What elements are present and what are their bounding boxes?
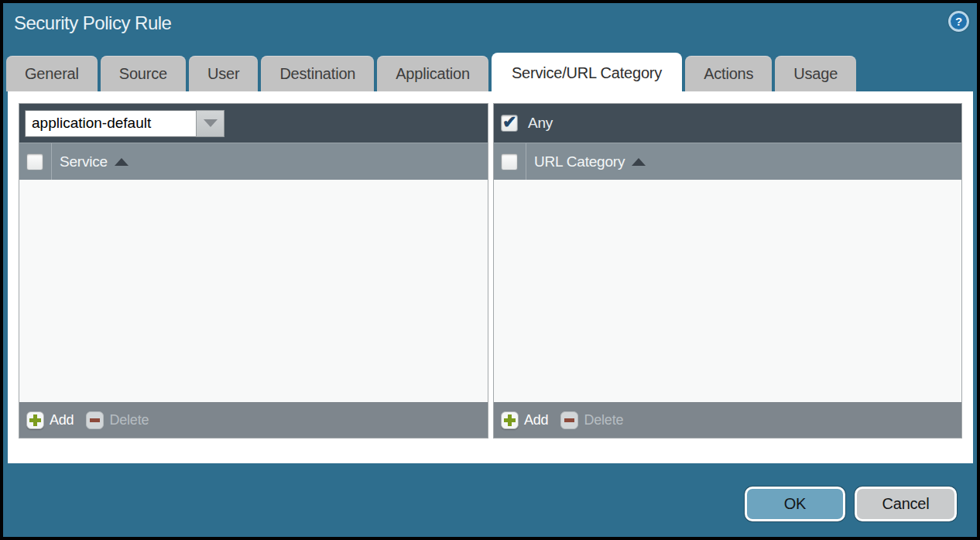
tab-strip: General Source User Destination Applicat…	[6, 50, 856, 98]
service-select-all-checkbox[interactable]	[26, 153, 43, 170]
service-column-header: Service	[19, 143, 488, 180]
service-type-dropdown	[25, 110, 224, 137]
add-icon[interactable]	[501, 411, 519, 429]
url-category-panel-footer: Add Delete	[494, 402, 961, 438]
delete-icon[interactable]	[560, 411, 578, 429]
url-category-any-bar: ✔ Any	[494, 104, 961, 143]
service-panel: Service Add Delete	[19, 103, 488, 439]
service-list-empty[interactable]	[19, 180, 488, 402]
service-type-input[interactable]	[25, 110, 196, 137]
url-category-any-label: Any	[528, 115, 553, 132]
column-separator	[51, 143, 52, 180]
service-type-bar	[19, 104, 488, 143]
security-policy-rule-dialog: Security Policy Rule ? General Source Us…	[0, 0, 980, 540]
url-category-any-checkbox[interactable]: ✔	[501, 115, 518, 132]
tab-general[interactable]: General	[6, 56, 98, 91]
service-panel-footer: Add Delete	[19, 402, 488, 438]
url-category-add-button[interactable]: Add	[524, 412, 548, 428]
url-category-select-all-checkbox[interactable]	[501, 153, 518, 170]
ok-button[interactable]: OK	[745, 487, 845, 521]
service-add-button[interactable]: Add	[50, 412, 74, 428]
url-category-column-label[interactable]: URL Category	[534, 153, 625, 170]
service-delete-button[interactable]: Delete	[109, 412, 149, 428]
url-category-column-header: URL Category	[494, 143, 961, 180]
tab-user[interactable]: User	[189, 56, 258, 91]
checkmark-icon: ✔	[502, 112, 516, 132]
column-separator	[526, 143, 526, 180]
help-icon[interactable]: ?	[948, 11, 969, 32]
tab-destination[interactable]: Destination	[261, 56, 374, 91]
dialog-title: Security Policy Rule	[14, 12, 171, 34]
sort-ascending-icon	[115, 158, 128, 166]
url-category-list-empty[interactable]	[494, 180, 961, 402]
add-icon[interactable]	[26, 411, 44, 429]
tab-application[interactable]: Application	[377, 56, 488, 91]
url-category-panel: ✔ Any URL Category Add Delete	[493, 103, 962, 439]
chevron-down-icon	[204, 119, 218, 127]
service-type-dropdown-button[interactable]	[196, 110, 224, 137]
cancel-button[interactable]: Cancel	[855, 487, 957, 521]
tab-usage[interactable]: Usage	[775, 56, 856, 91]
tab-service-url-category[interactable]: Service/URL Category	[492, 53, 682, 98]
delete-icon[interactable]	[86, 411, 104, 429]
tab-content-area: Service Add Delete ✔ Any URL C	[8, 91, 973, 463]
sort-ascending-icon	[632, 158, 646, 166]
tab-actions[interactable]: Actions	[685, 56, 772, 91]
tab-source[interactable]: Source	[101, 56, 186, 91]
url-category-delete-button[interactable]: Delete	[584, 412, 623, 428]
service-column-label[interactable]: Service	[60, 153, 108, 170]
